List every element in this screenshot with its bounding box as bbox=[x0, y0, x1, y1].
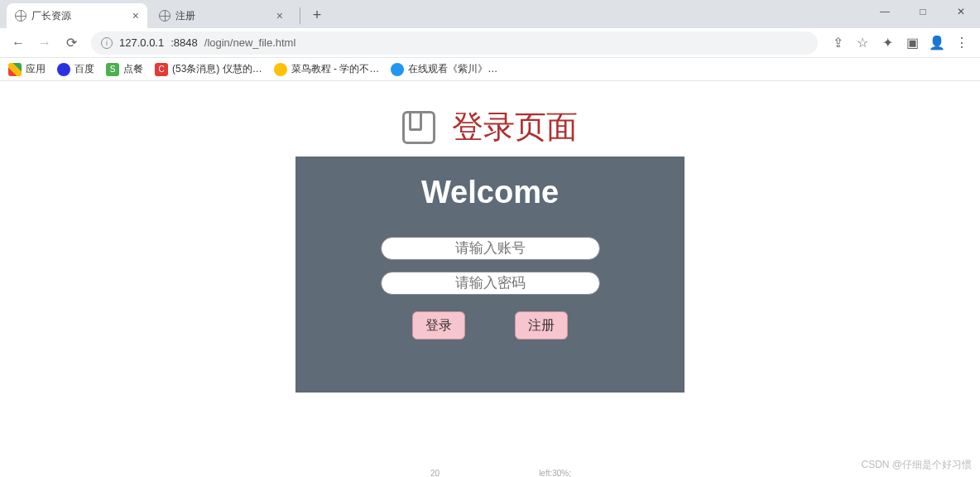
site-info-icon[interactable]: i bbox=[101, 37, 113, 49]
star-icon[interactable]: ☆ bbox=[851, 31, 874, 55]
close-icon[interactable]: × bbox=[276, 9, 283, 22]
username-input[interactable] bbox=[381, 237, 600, 260]
close-icon[interactable]: × bbox=[132, 9, 139, 22]
new-tab-button[interactable]: + bbox=[305, 3, 329, 26]
login-card: Welcome 登录 注册 bbox=[295, 157, 685, 393]
globe-icon bbox=[159, 10, 171, 22]
bookmark-icon bbox=[57, 63, 70, 76]
window-controls: — □ ✕ bbox=[866, 0, 980, 23]
tab-title: 注册 bbox=[175, 9, 271, 23]
address-bar[interactable]: i 127.0.0.1:8848/login/new_file.html bbox=[91, 31, 818, 55]
bookmark-item[interactable]: S点餐 bbox=[106, 62, 143, 76]
globe-icon bbox=[15, 10, 26, 22]
maximize-button[interactable]: □ bbox=[904, 0, 942, 23]
profile-icon[interactable]: 👤 bbox=[925, 31, 949, 55]
bookmark-label: (53条消息) 仪慧的… bbox=[172, 62, 262, 76]
tab-active[interactable]: 厂长资源 × bbox=[7, 3, 147, 28]
bookmark-icon: S bbox=[106, 63, 119, 76]
address-port: :8848 bbox=[171, 36, 198, 49]
register-button[interactable]: 注册 bbox=[515, 311, 568, 340]
bookmark-item[interactable]: 在线观看《紫川》… bbox=[391, 62, 497, 76]
bookmark-label: 在线观看《紫川》… bbox=[408, 62, 497, 76]
bookmark-label: 应用 bbox=[26, 62, 46, 76]
tab-strip: 厂长资源 × 注册 × + bbox=[0, 0, 980, 28]
bookmark-icon: C bbox=[155, 63, 168, 76]
login-button[interactable]: 登录 bbox=[412, 311, 465, 340]
toolbar: ← → ⟳ i 127.0.0.1:8848/login/new_file.ht… bbox=[0, 28, 980, 58]
save-icon bbox=[402, 111, 435, 144]
bookmark-label: 点餐 bbox=[123, 62, 143, 76]
password-input[interactable] bbox=[381, 272, 600, 295]
minimize-button[interactable]: — bbox=[866, 0, 904, 23]
panel-icon[interactable]: ▣ bbox=[901, 31, 924, 55]
bookmark-item[interactable]: 应用 bbox=[8, 62, 46, 76]
forward-button[interactable]: → bbox=[33, 31, 56, 55]
page-content: 登录页面 Welcome 登录 注册 bbox=[0, 81, 980, 477]
bookmark-item[interactable]: C(53条消息) 仪慧的… bbox=[155, 62, 262, 76]
page-title: 登录页面 bbox=[452, 106, 578, 148]
bookmark-item[interactable]: 菜鸟教程 - 学的不… bbox=[274, 62, 380, 76]
close-window-button[interactable]: ✕ bbox=[942, 0, 980, 23]
back-button[interactable]: ← bbox=[7, 31, 30, 55]
bookmarks-bar: 应用百度S点餐C(53条消息) 仪慧的…菜鸟教程 - 学的不…在线观看《紫川》… bbox=[0, 58, 980, 81]
bookmark-label: 菜鸟教程 - 学的不… bbox=[291, 62, 380, 76]
share-icon[interactable]: ⇪ bbox=[826, 31, 849, 55]
reload-button[interactable]: ⟳ bbox=[60, 31, 83, 55]
tab-title: 厂长资源 bbox=[31, 9, 127, 23]
bottom-edge: 20 left:30%; bbox=[0, 469, 980, 477]
tab-divider bbox=[300, 7, 300, 24]
page-title-row: 登录页面 bbox=[402, 106, 578, 148]
extensions-icon[interactable]: ✦ bbox=[876, 31, 899, 55]
address-host: 127.0.0.1 bbox=[119, 36, 164, 49]
tab-inactive[interactable]: 注册 × bbox=[151, 3, 291, 28]
bookmark-icon bbox=[8, 63, 22, 76]
address-path: /login/new_file.html bbox=[204, 36, 296, 49]
welcome-heading: Welcome bbox=[421, 175, 559, 210]
button-row: 登录 注册 bbox=[412, 311, 568, 340]
bookmark-item[interactable]: 百度 bbox=[57, 62, 94, 76]
bookmark-label: 百度 bbox=[74, 62, 94, 76]
bookmark-icon bbox=[391, 63, 404, 76]
menu-icon[interactable]: ⋮ bbox=[950, 31, 973, 55]
bookmark-icon bbox=[274, 63, 287, 76]
